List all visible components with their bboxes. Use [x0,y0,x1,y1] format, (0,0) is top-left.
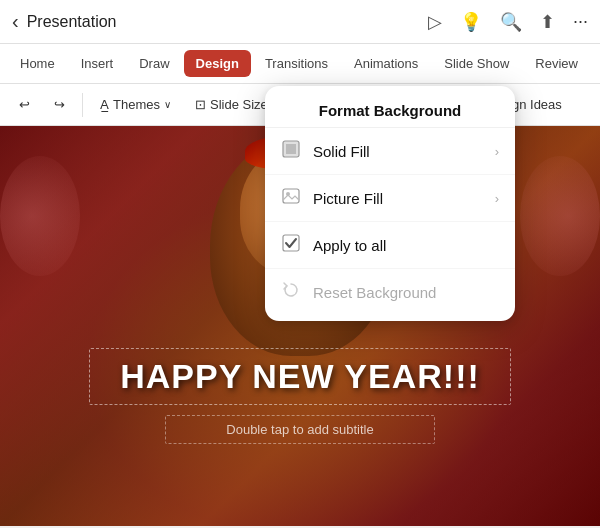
tab-animations[interactable]: Animations [342,50,430,77]
svg-rect-2 [283,189,299,203]
slide-subtitle-placeholder: Double tap to add subtitle [226,422,373,437]
apply-all-label: Apply to all [313,237,386,254]
solid-fill-label: Solid Fill [313,143,370,160]
picture-fill-left: Picture Fill [281,187,383,209]
themes-button[interactable]: A̲ Themes ∨ [91,92,180,117]
apply-all-item[interactable]: Apply to all [265,222,515,269]
app-title: Presentation [27,13,117,31]
tab-slideshow[interactable]: Slide Show [432,50,521,77]
undo-button[interactable]: ↩ [10,92,39,117]
slide-title-box[interactable]: HAPPY NEW YEAR!!! [89,348,511,405]
picture-fill-item[interactable]: Picture Fill › [265,175,515,222]
svg-rect-1 [286,144,296,154]
tab-transitions[interactable]: Transitions [253,50,340,77]
deco-cloud-right [520,156,600,276]
more-icon[interactable]: ··· [573,11,588,32]
slide-size-label: Slide Size [210,97,268,112]
deco-cloud-left [0,156,80,276]
nav-tabs: Home Insert Draw Design Transitions Anim… [0,44,600,84]
separator-1 [82,93,83,117]
solid-fill-icon [281,140,301,162]
solid-fill-left: Solid Fill [281,140,370,162]
reset-background-label: Reset Background [313,284,436,301]
picture-fill-arrow: › [495,191,499,206]
reset-background-item[interactable]: Reset Background [265,269,515,315]
idea-icon[interactable]: 💡 [460,11,482,33]
picture-fill-label: Picture Fill [313,190,383,207]
themes-icon: A̲ [100,97,109,112]
dropdown-title: Format Background [265,92,515,128]
slide-title: HAPPY NEW YEAR!!! [120,357,480,396]
search-icon[interactable]: 🔍 [500,11,522,33]
top-bar-left: ‹ Presentation [12,10,117,33]
share-icon[interactable]: ⬆ [540,11,555,33]
slide-size-icon: ⊡ [195,97,206,112]
tab-draw[interactable]: Draw [127,50,181,77]
solid-fill-item[interactable]: Solid Fill › [265,128,515,175]
slide-subtitle-box[interactable]: Double tap to add subtitle [165,415,434,444]
tab-home[interactable]: Home [8,50,67,77]
picture-fill-icon [281,187,301,209]
themes-label: Themes [113,97,160,112]
solid-fill-arrow: › [495,144,499,159]
play-icon[interactable]: ▷ [428,11,442,33]
tab-insert[interactable]: Insert [69,50,126,77]
slide-content: HAPPY NEW YEAR!!! Double tap to add subt… [89,348,511,444]
redo-button[interactable]: ↪ [45,92,74,117]
reset-background-left: Reset Background [281,281,436,303]
reset-background-icon [281,281,301,303]
themes-chevron-icon: ∨ [164,99,171,110]
top-bar: ‹ Presentation ▷ 💡 🔍 ⬆ ··· [0,0,600,44]
apply-all-left: Apply to all [281,234,386,256]
top-bar-right: ▷ 💡 🔍 ⬆ ··· [428,11,588,33]
tab-review[interactable]: Review [523,50,590,77]
format-background-dropdown: Format Background Solid Fill › Picture F… [265,86,515,321]
tab-design[interactable]: Design [184,50,251,77]
back-button[interactable]: ‹ [12,10,19,33]
apply-all-icon [281,234,301,256]
